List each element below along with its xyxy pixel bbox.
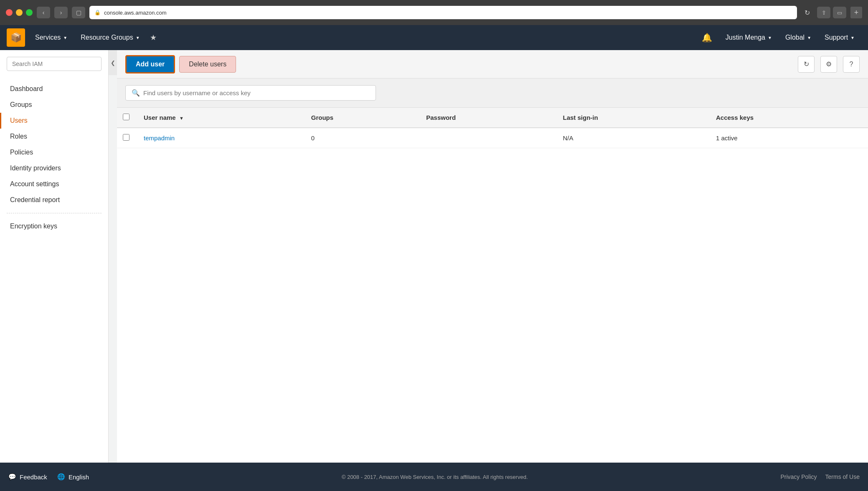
last-signin-column-header[interactable]: Last sign-in — [555, 108, 708, 128]
search-bar-row: 🔍 — [117, 78, 868, 108]
sidebar-item-dashboard[interactable]: Dashboard — [0, 81, 108, 97]
support-chevron-icon: ▼ — [850, 35, 855, 40]
resource-groups-chevron-icon: ▼ — [136, 35, 140, 40]
table-container: 🔍 User name ▼ Groups Pass — [117, 78, 868, 463]
table-header-row: User name ▼ Groups Password Last sign-in… — [117, 108, 868, 128]
user-search-bar[interactable]: 🔍 — [125, 85, 376, 101]
back-button[interactable]: ‹ — [37, 7, 50, 18]
support-label: Support — [825, 34, 848, 41]
new-tab-button[interactable]: ▭ — [833, 7, 846, 18]
services-chevron-icon: ▼ — [63, 35, 67, 40]
url-text: console.aws.amazon.com — [104, 10, 167, 16]
globe-icon: 🌐 — [57, 473, 65, 481]
sidebar-item-users[interactable]: Users — [0, 113, 108, 129]
help-button[interactable]: ? — [843, 56, 860, 73]
row-checkbox[interactable] — [123, 134, 129, 141]
resource-groups-label: Resource Groups — [81, 34, 133, 41]
access-keys-cell: 1 active — [708, 128, 868, 148]
footer-left: 💬 Feedback 🌐 English — [8, 473, 89, 481]
privacy-policy-link[interactable]: Privacy Policy — [780, 473, 817, 480]
content-area: Add user Delete users ↻ ⚙ ? 🔍 — [117, 50, 868, 463]
forward-button[interactable]: › — [54, 7, 68, 18]
table-row: tempadmin 0 N/A 1 active — [117, 128, 868, 148]
sidebar-item-roles[interactable]: Roles — [0, 129, 108, 144]
row-checkbox-cell — [117, 128, 135, 148]
username-link[interactable]: tempadmin — [144, 134, 175, 142]
sidebar-item-credential-report[interactable]: Credential report — [0, 192, 108, 208]
main-layout: Dashboard Groups Users Roles Policies Id… — [0, 50, 868, 463]
groups-cell: 0 — [303, 128, 418, 148]
footer-right: Privacy Policy Terms of Use — [780, 473, 860, 480]
browser-dots — [6, 9, 33, 16]
feedback-label: Feedback — [20, 473, 47, 481]
reload-button[interactable]: ↻ — [801, 7, 813, 18]
aws-topnav: 📦 Services ▼ Resource Groups ▼ ★ 🔔 Justi… — [0, 25, 868, 50]
close-dot[interactable] — [6, 9, 13, 16]
username-column-header[interactable]: User name ▼ — [135, 108, 303, 128]
groups-column-header[interactable]: Groups — [303, 108, 418, 128]
services-label: Services — [35, 34, 61, 41]
support-menu[interactable]: Support ▼ — [818, 25, 861, 50]
user-chevron-icon: ▼ — [768, 35, 772, 40]
search-iam-input[interactable] — [7, 57, 102, 71]
sidebar-item-account-settings[interactable]: Account settings — [0, 176, 108, 192]
access-keys-column-header[interactable]: Access keys — [708, 108, 868, 128]
aws-logo-icon: 📦 — [10, 32, 22, 43]
sidebar-item-identity-providers[interactable]: Identity providers — [0, 160, 108, 176]
users-table: User name ▼ Groups Password Last sign-in… — [117, 108, 868, 148]
resource-groups-menu[interactable]: Resource Groups ▼ — [74, 25, 146, 50]
last-signin-cell: N/A — [555, 128, 708, 148]
language-label: English — [69, 473, 89, 481]
sidebar-nav: Dashboard Groups Users Roles Policies Id… — [0, 78, 108, 463]
region-menu[interactable]: Global ▼ — [779, 25, 818, 50]
add-user-button[interactable]: Add user — [125, 55, 175, 73]
sidebar-item-encryption-keys[interactable]: Encryption keys — [0, 218, 108, 234]
region-chevron-icon: ▼ — [807, 35, 811, 40]
user-menu[interactable]: Justin Menga ▼ — [719, 25, 779, 50]
notifications-bell-icon[interactable]: 🔔 — [695, 33, 719, 43]
footer: 💬 Feedback 🌐 English © 2008 - 2017, Amaz… — [0, 463, 868, 491]
terms-of-use-link[interactable]: Terms of Use — [825, 473, 860, 480]
feedback-button[interactable]: 💬 Feedback — [8, 473, 47, 481]
select-all-column — [117, 108, 135, 128]
sidebar-collapse-button[interactable]: ❮ — [109, 50, 117, 75]
sidebar-divider — [7, 213, 102, 213]
username-cell: tempadmin — [135, 128, 303, 148]
pin-icon[interactable]: ★ — [150, 33, 157, 42]
footer-copyright: © 2008 - 2017, Amazon Web Services, Inc.… — [89, 474, 780, 480]
refresh-button[interactable]: ↻ — [798, 56, 815, 73]
address-bar[interactable]: 🔒 console.aws.amazon.com — [89, 6, 797, 19]
topnav-right: 🔔 Justin Menga ▼ Global ▼ Support ▼ — [695, 25, 861, 50]
minimize-dot[interactable] — [16, 9, 23, 16]
password-cell — [418, 128, 554, 148]
user-search-input[interactable] — [143, 89, 370, 96]
sidebar-search — [0, 50, 108, 78]
user-label: Justin Menga — [726, 34, 765, 41]
sidebar-toggle-button[interactable]: ▢ — [72, 7, 85, 18]
services-menu[interactable]: Services ▼ — [28, 25, 74, 50]
content-toolbar: Add user Delete users ↻ ⚙ ? — [117, 50, 868, 78]
lock-icon: 🔒 — [94, 10, 101, 15]
sidebar-item-groups[interactable]: Groups — [0, 97, 108, 113]
region-label: Global — [785, 34, 805, 41]
maximize-dot[interactable] — [26, 9, 33, 16]
settings-button[interactable]: ⚙ — [820, 56, 837, 73]
password-column-header[interactable]: Password — [418, 108, 554, 128]
sort-indicator-icon: ▼ — [179, 116, 184, 121]
language-button[interactable]: 🌐 English — [57, 473, 89, 481]
delete-users-button[interactable]: Delete users — [179, 56, 236, 73]
sidebar: Dashboard Groups Users Roles Policies Id… — [0, 50, 109, 463]
feedback-icon: 💬 — [8, 473, 16, 481]
add-tab-button[interactable]: + — [850, 7, 862, 18]
select-all-checkbox[interactable] — [123, 114, 129, 120]
sidebar-item-policies[interactable]: Policies — [0, 144, 108, 160]
search-icon: 🔍 — [132, 89, 140, 97]
browser-actions: ⇧ ▭ — [817, 7, 846, 18]
browser-chrome: ‹ › ▢ 🔒 console.aws.amazon.com ↻ ⇧ ▭ + — [0, 0, 868, 25]
aws-logo[interactable]: 📦 — [7, 28, 25, 47]
share-button[interactable]: ⇧ — [817, 7, 830, 18]
